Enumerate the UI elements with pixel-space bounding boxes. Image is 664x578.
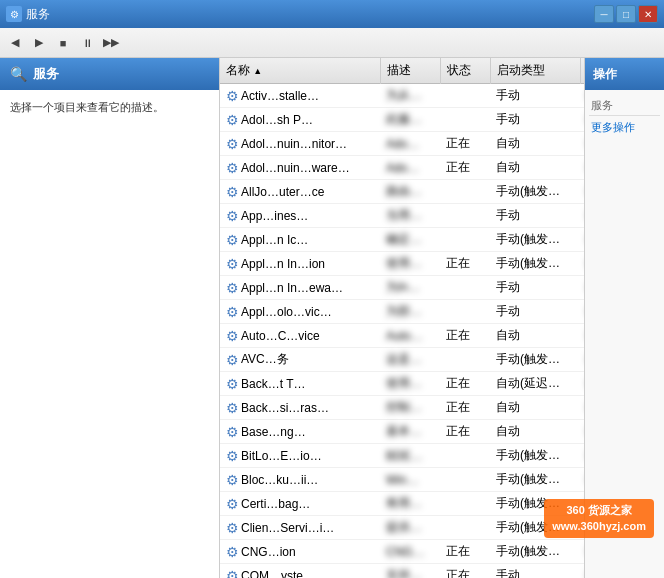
table-row[interactable]: ⚙Bloc…ku…ii…Win…手动(触发…本… [220,468,584,492]
service-name-text: AVC…务 [241,352,289,366]
service-name-cell: ⚙Activ…stalle… [220,84,380,108]
service-startup-cell: 手动 [490,276,580,300]
service-desc-cell: 将用… [380,492,440,516]
column-status[interactable]: 状态 [440,58,490,84]
service-status-cell: 正在 [440,420,490,444]
service-name-text: Appl…n In…ion [241,257,325,271]
service-name-text: Activ…stalle… [241,89,319,103]
service-name-cell: ⚙Back…t T… [220,372,380,396]
column-name[interactable]: 名称 ▲ [220,58,380,84]
table-row[interactable]: ⚙Certi…bag…将用…手动(触发…本… [220,492,584,516]
table-row[interactable]: ⚙Appl…olo…vic…为部…手动本… [220,300,584,324]
service-startup-cell: 手动 [490,564,580,579]
service-startup-cell: 自动 [490,420,580,444]
service-name-text: Adol…sh P… [241,113,313,127]
table-header-row: 名称 ▲ 描述 状态 启动类型 登▲ [220,58,584,84]
pause-button[interactable]: ⏸ [76,32,98,54]
service-name-cell: ⚙Appl…n In…ion [220,252,380,276]
table-row[interactable]: ⚙AllJo…uter…ce路由…手动(触发…本… [220,180,584,204]
service-name-cell: ⚙Certi…bag… [220,492,380,516]
play-button[interactable]: ▶▶ [100,32,122,54]
service-status-cell [440,468,490,492]
service-startup-cell: 自动 [490,324,580,348]
watermark-line1: 360 货源之家 [552,503,646,518]
service-icon: ⚙ [226,112,239,128]
service-icon: ⚙ [226,256,239,272]
table-row[interactable]: ⚙COM…yste支持…正在手动本… [220,564,584,579]
service-startup-cell: 自动 [490,396,580,420]
service-name-cell: ⚙Appl…olo…vic… [220,300,380,324]
service-desc-cell: BDE… [380,444,440,468]
service-name-text: Bloc…ku…ii… [241,473,318,487]
service-status-cell: 正在 [440,324,490,348]
table-row[interactable]: ⚙App…ines…当用…手动本… [220,204,584,228]
service-status-cell: 正在 [440,252,490,276]
service-name-cell: ⚙AVC…务 [220,348,380,372]
table-row[interactable]: ⚙Appl…n In…ewa…为In…手动本… [220,276,584,300]
service-name-cell: ⚙Appl…n In…ewa… [220,276,380,300]
service-desc-cell: 为In… [380,276,440,300]
service-icon: ⚙ [226,160,239,176]
service-icon: ⚙ [226,424,239,440]
table-row[interactable]: ⚙Back…t T…使用…正在自动(延迟…本… [220,372,584,396]
service-startup-cell: 自动 [490,156,580,180]
service-startup-cell: 手动(触发… [490,468,580,492]
service-name-text: Adol…nuin…nitor… [241,137,347,151]
watermark: 360 货源之家 www.360hyzj.com [544,499,654,538]
table-row[interactable]: ⚙BitLo…E…io…BDE…手动(触发…本… [220,444,584,468]
service-icon: ⚙ [226,88,239,104]
service-logon-cell: 本… [580,276,584,300]
service-table-scroll[interactable]: 名称 ▲ 描述 状态 启动类型 登▲ ⚙Activ…stalle…为从…手动本…… [220,58,584,578]
service-desc-cell: 当用… [380,204,440,228]
table-row[interactable]: ⚙Adol…nuin…nitor…Ado…正在自动本… [220,132,584,156]
service-desc-cell: Auto… [380,324,440,348]
close-button[interactable]: ✕ [638,5,658,23]
minimize-button[interactable]: ─ [594,5,614,23]
table-row[interactable]: ⚙Auto…C…viceAuto…正在自动本… [220,324,584,348]
table-row[interactable]: ⚙Adol…sh P…此服…手动本… [220,108,584,132]
more-actions-link[interactable]: 更多操作 [589,118,660,137]
table-row[interactable]: ⚙Activ…stalle…为从…手动本… [220,84,584,108]
service-status-cell: 正在 [440,156,490,180]
service-desc-cell: 为从… [380,84,440,108]
table-row[interactable]: ⚙Appl…n In…ion使用…正在手动(触发…本… [220,252,584,276]
service-icon: ⚙ [226,376,239,392]
service-startup-cell: 手动 [490,204,580,228]
maximize-button[interactable]: □ [616,5,636,23]
table-row[interactable]: ⚙CNG…ionCNG…正在手动(触发…本… [220,540,584,564]
service-logon-cell: 本… [580,348,584,372]
service-name-text: Appl…olo…vic… [241,305,332,319]
service-status-cell [440,348,490,372]
service-name-cell: ⚙App…ines… [220,204,380,228]
table-row[interactable]: ⚙Base…ng…基本…正在自动本… [220,420,584,444]
service-logon-cell: 本… [580,372,584,396]
service-status-cell [440,516,490,540]
stop-button[interactable]: ■ [52,32,74,54]
service-desc-cell: 这是… [380,348,440,372]
service-status-cell [440,180,490,204]
forward-button[interactable]: ▶ [28,32,50,54]
back-button[interactable]: ◀ [4,32,26,54]
service-startup-cell: 自动(延迟… [490,372,580,396]
service-status-cell: 正在 [440,540,490,564]
service-name-cell: ⚙BitLo…E…io… [220,444,380,468]
service-status-cell: 正在 [440,564,490,579]
table-row[interactable]: ⚙Clien…Servi…i…提供…手动(触发…本… [220,516,584,540]
table-row[interactable]: ⚙Back…si…ras…控制…正在自动本… [220,396,584,420]
table-row[interactable]: ⚙AVC…务这是…手动(触发…本… [220,348,584,372]
table-row[interactable]: ⚙Adol…nuin…ware…Ado…正在自动本… [220,156,584,180]
service-desc-cell: 控制… [380,396,440,420]
service-desc-cell: 使用… [380,252,440,276]
service-name-text: Clien…Servi…i… [241,521,334,535]
service-logon-cell: 本… [580,300,584,324]
column-desc[interactable]: 描述 [380,58,440,84]
service-startup-cell: 手动 [490,300,580,324]
service-name-text: COM…yste [241,569,303,579]
service-startup-cell: 手动(触发… [490,540,580,564]
service-name-cell: ⚙Base…ng… [220,420,380,444]
column-startup[interactable]: 启动类型 [490,58,580,84]
left-panel: 🔍 服务 选择一个项目来查看它的描述。 [0,58,220,578]
table-row[interactable]: ⚙Appl…n Ic…确定…手动(触发…本… [220,228,584,252]
service-icon: ⚙ [226,232,239,248]
service-status-cell [440,228,490,252]
